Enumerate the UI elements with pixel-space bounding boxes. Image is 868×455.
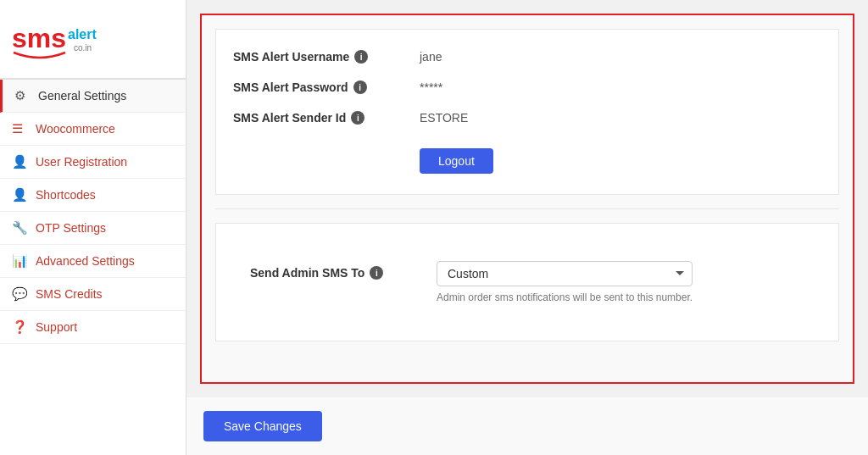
logout-button[interactable]: Logout (420, 148, 493, 174)
sidebar-item-support[interactable]: ❓ Support (0, 311, 186, 344)
username-info-icon[interactable]: i (354, 50, 368, 64)
password-label: SMS Alert Password i (233, 80, 420, 94)
sidebar-label-user-registration: User Registration (36, 155, 127, 169)
section-divider (215, 208, 839, 209)
comment-icon: 💬 (12, 286, 29, 302)
footer-bar: Save Changes (186, 397, 868, 455)
main-content: SMS Alert Username i jane SMS Alert Pass… (186, 0, 868, 455)
logo: sms alert co.in (10, 14, 175, 64)
admin-sms-row: Send Admin SMS To i Custom Admin Custom … (233, 244, 821, 320)
svg-text:alert: alert (68, 27, 97, 42)
username-row: SMS Alert Username i jane (233, 50, 821, 64)
sender-id-row: SMS Alert Sender Id i ESTORE (233, 111, 821, 125)
sidebar-item-otp-settings[interactable]: 🔧 OTP Settings (0, 212, 186, 245)
save-changes-button[interactable]: Save Changes (203, 411, 322, 441)
sidebar-label-sms-credits: SMS Credits (36, 287, 103, 301)
username-label: SMS Alert Username i (233, 50, 420, 64)
sidebar-item-advanced-settings[interactable]: 📊 Advanced Settings (0, 245, 186, 278)
admin-sms-hint: Admin order sms notifications will be se… (437, 291, 693, 303)
sidebar-item-user-registration[interactable]: 👤 User Registration (0, 146, 186, 179)
admin-sms-select[interactable]: Custom Admin Custom Number (437, 261, 693, 286)
credentials-section: SMS Alert Username i jane SMS Alert Pass… (215, 29, 839, 195)
help-icon: ❓ (12, 319, 29, 335)
sender-id-value: ESTORE (420, 111, 468, 125)
sidebar: sms alert co.in ⚙ General Settings ☰ Woo… (0, 0, 186, 455)
admin-sms-controls: Custom Admin Custom Number Admin order s… (437, 261, 693, 303)
sidebar-item-woocommerce[interactable]: ☰ Woocommerce (0, 113, 186, 146)
admin-sms-info-icon[interactable]: i (370, 266, 383, 280)
sender-id-info-icon[interactable]: i (351, 111, 364, 125)
password-info-icon[interactable]: i (353, 80, 367, 94)
sidebar-label-support: Support (36, 320, 77, 334)
sidebar-item-shortcodes[interactable]: 👤 Shortcodes (0, 179, 186, 212)
content-area: SMS Alert Username i jane SMS Alert Pass… (200, 14, 854, 384)
sidebar-label-advanced-settings: Advanced Settings (36, 254, 135, 268)
logo-svg: sms alert co.in (10, 14, 103, 64)
sidebar-item-general-settings[interactable]: ⚙ General Settings (0, 80, 186, 113)
svg-text:sms: sms (12, 23, 66, 53)
sidebar-label-woocommerce: Woocommerce (36, 122, 115, 136)
admin-sms-label: Send Admin SMS To i (250, 261, 437, 280)
username-value: jane (420, 50, 442, 64)
sidebar-label-otp-settings: OTP Settings (36, 221, 106, 235)
sidebar-label-shortcodes: Shortcodes (36, 188, 96, 202)
sidebar-item-sms-credits[interactable]: 💬 SMS Credits (0, 278, 186, 311)
chart-icon: 📊 (12, 253, 29, 269)
sender-id-label: SMS Alert Sender Id i (233, 111, 420, 125)
shortcode-icon: 👤 (12, 187, 29, 203)
password-value: ***** (420, 80, 442, 94)
admin-sms-section: Send Admin SMS To i Custom Admin Custom … (215, 223, 839, 341)
sidebar-label-general-settings: General Settings (38, 89, 126, 103)
svg-text:co.in: co.in (74, 43, 92, 53)
menu-icon: ☰ (12, 121, 29, 136)
logo-area: sms alert co.in (0, 0, 186, 80)
gear-icon: ⚙ (14, 88, 31, 103)
password-row: SMS Alert Password i ***** (233, 80, 821, 94)
user-icon: 👤 (12, 154, 29, 169)
wrench-icon: 🔧 (12, 220, 29, 236)
logout-row: Logout (233, 141, 821, 174)
